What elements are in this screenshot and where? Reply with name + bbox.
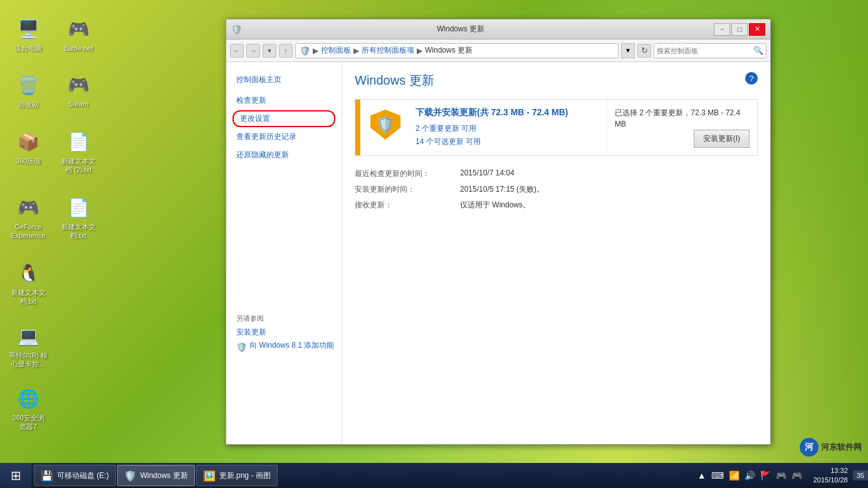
receive-updates-value: 仅适用于 Windows。 [460, 200, 758, 210]
add-features-shield-icon: 🛡️ [236, 342, 247, 352]
desktop-icon-newtxt2[interactable]: 📄 新建文本文档 (2).txt [53, 125, 103, 179]
desktop-icon-recycle[interactable]: 🗑️ 回收站 [3, 69, 53, 113]
desktop-icon-360zip[interactable]: 📦 360压缩 [3, 125, 53, 169]
taskbar-item-winupdate[interactable]: 🛡️ Windows 更新 [117, 465, 195, 486]
tray-nvidia[interactable]: 🎮 [775, 469, 788, 482]
up-button[interactable]: ↑ [279, 44, 293, 58]
sidebar: 控制面板主页 检查更新 更改设置 查看更新历史记录 还原隐藏的更新 另请参阅 安… [226, 62, 342, 444]
start-icon: ⊞ [11, 468, 21, 483]
qq-icon-label: 新建文本文 档.txt [7, 288, 50, 306]
shield-icon: 🛡️ [370, 110, 400, 140]
refresh-button[interactable]: ↻ [637, 44, 651, 58]
taskbar-clock[interactable]: 13:32 2015/10/28 [808, 466, 853, 485]
sidebar-link-main[interactable]: 控制面板主页 [226, 71, 342, 88]
maximize-button[interactable]: □ [731, 23, 748, 36]
intel-icon: 💻 [16, 323, 41, 348]
taskbar-date-badge[interactable]: 35 [853, 470, 868, 480]
sidebar-link-restore[interactable]: 还原隐藏的更新 [226, 147, 342, 164]
search-box[interactable]: 🔍 [654, 43, 766, 58]
update-panel-text: 下载并安装更新(共 72.3 MB - 72.4 MB) 2 个重要更新 可用 … [410, 100, 607, 155]
tray-steam[interactable]: 🎮 [790, 469, 803, 482]
dropdown-button[interactable]: ▼ [263, 44, 276, 58]
watermark-text: 河东软件网 [821, 442, 862, 453]
update-panel: 🛡️ 下载并安装更新(共 72.3 MB - 72.4 MB) 2 个重要更新 … [355, 99, 758, 156]
taskbar-item-paint[interactable]: 🖼️ 更新.png - 画图 [196, 465, 278, 486]
desktop-icon-battlenet[interactable]: 🎮 Battle.net [53, 13, 103, 56]
sidebar-add-features[interactable]: 🛡️ 向 Windows 8.1 添加功能 [226, 340, 342, 353]
content-title: Windows 更新 [355, 72, 434, 89]
desktop-icon-ie360[interactable]: 🌐 360安全浏览器7 [3, 382, 53, 435]
sidebar-link-check[interactable]: 检查更新 [226, 92, 342, 109]
dialog-title: Windows 更新 [245, 24, 676, 34]
desktop: 🖥️ 送台电脑 🎮 Battle.net 🗑️ 回收站 🎮 Steam 📦 36… [0, 0, 868, 488]
last-check-value: 2015/10/7 14:04 [460, 169, 758, 179]
taskbar-item-removable-label: 可移动磁盘 (E:) [57, 470, 109, 481]
help-icon[interactable]: ? [745, 72, 758, 85]
update-panel-accent [355, 100, 360, 155]
watermark: 河 河东软件网 [800, 438, 862, 457]
path-separator-3: ▶ [417, 46, 422, 55]
update-main-title: 下载并安装更新(共 72.3 MB - 72.4 MB) [416, 107, 602, 118]
sidebar-install-link[interactable]: 安装更新 [226, 327, 342, 338]
also-see-title: 另请参阅 [226, 314, 342, 323]
ie360-icon-label: 360安全浏览器7 [12, 413, 44, 432]
recycle-icon: 🗑️ [16, 73, 41, 98]
path-dropdown-button[interactable]: ▼ [621, 43, 635, 58]
clock-time: 13:32 [813, 466, 848, 475]
forward-button[interactable]: → [246, 44, 260, 58]
update-right-text: 已选择 2 个重要更新，72.3 MB - 72.4 MB [615, 107, 750, 130]
tray-volume[interactable]: 🔊 [743, 469, 756, 482]
steam-icon-label: Steam [68, 100, 88, 108]
desktop-icon-intel[interactable]: 💻 英特尔(R) 核心显卡控... [3, 319, 53, 373]
optional-updates-link[interactable]: 14 个可选更新 可用 [416, 137, 481, 147]
start-button[interactable]: ⊞ [0, 463, 31, 488]
path-all-items[interactable]: 所有控制面板项 [362, 45, 414, 56]
sidebar-add-features-link[interactable]: 向 Windows 8.1 添加功能 [249, 340, 334, 351]
ie360-icon: 🌐 [16, 386, 41, 411]
install-time-value: 2015/10/5 17:15 (失败)。 [460, 184, 758, 195]
desktop-icon-qq[interactable]: 🐧 新建文本文 档.txt [3, 257, 53, 310]
last-check-label: 最近检查更新的时间： [355, 169, 455, 179]
minimize-button[interactable]: － [714, 23, 730, 36]
back-button[interactable]: ← [230, 44, 244, 58]
content-header: Windows 更新 ? [355, 72, 758, 89]
search-icon: 🔍 [753, 46, 763, 55]
optional-links: 14 个可选更新 可用 [416, 137, 602, 147]
title-bar-buttons: － □ ✕ [714, 23, 765, 36]
path-icon: 🛡️ [300, 46, 310, 56]
winupdate-taskbar-icon: 🛡️ [124, 470, 137, 482]
info-grid: 最近检查更新的时间： 2015/10/7 14:04 安装更新的时间： 2015… [355, 169, 758, 210]
steam-icon: 🎮 [66, 72, 91, 97]
taskbar-item-removable[interactable]: 💾 可移动磁盘 (E:) [34, 465, 116, 486]
tray-keyboard[interactable]: ⌨ [710, 469, 725, 482]
path-current: Windows 更新 [425, 45, 473, 56]
desktop-icon-newtxt[interactable]: 📄 新建文本文档.txt [53, 191, 103, 244]
search-input[interactable] [657, 47, 753, 55]
tray-action-center[interactable]: 🚩 [759, 469, 772, 482]
clock-date: 2015/10/28 [813, 475, 848, 485]
desktop-icon-computer[interactable]: 🖥️ 送台电脑 [3, 13, 53, 56]
sidebar-link-change[interactable]: 更改设置 [233, 110, 335, 127]
title-bar: 🛡️ Windows 更新 － □ ✕ [226, 19, 770, 39]
battlenet-icon-label: Battle.net [64, 44, 93, 53]
intel-icon-label: 英特尔(R) 核心显卡控... [9, 351, 48, 369]
content-area: Windows 更新 ? 🛡️ 下载并安装更新(共 72.3 MB - 72.4… [342, 62, 770, 444]
install-updates-button[interactable]: 安装更新(I) [694, 130, 750, 148]
taskbar-item-winupdate-label: Windows 更新 [140, 470, 188, 481]
important-updates-link[interactable]: 2 个重要更新 可用 [416, 123, 476, 134]
sidebar-link-history[interactable]: 查看更新历史记录 [226, 128, 342, 145]
tray-show-hidden[interactable]: ▲ [696, 469, 708, 482]
update-panel-icon-area: 🛡️ [360, 100, 410, 155]
address-path[interactable]: 🛡️ ▶ 控制面板 ▶ 所有控制面板项 ▶ Windows 更新 [295, 43, 619, 58]
taskbar: ⊞ 💾 可移动磁盘 (E:) 🛡️ Windows 更新 🖼️ 更新.png -… [0, 463, 868, 488]
computer-icon-label: 送台电脑 [14, 44, 42, 53]
computer-icon: 🖥️ [16, 16, 41, 41]
tray-network[interactable]: 📶 [728, 469, 741, 482]
path-separator-2: ▶ [353, 46, 359, 55]
desktop-icon-steam[interactable]: 🎮 Steam [53, 68, 103, 112]
newtxt2-icon-label: 新建文本文档 (2).txt [61, 157, 96, 175]
close-button[interactable]: ✕ [749, 23, 765, 36]
desktop-icon-geforce[interactable]: 🎮 GeForceExperience [3, 191, 53, 244]
sidebar-also-see: 另请参阅 安装更新 🛡️ 向 Windows 8.1 添加功能 [226, 314, 342, 353]
path-control-panel[interactable]: 控制面板 [321, 45, 351, 56]
